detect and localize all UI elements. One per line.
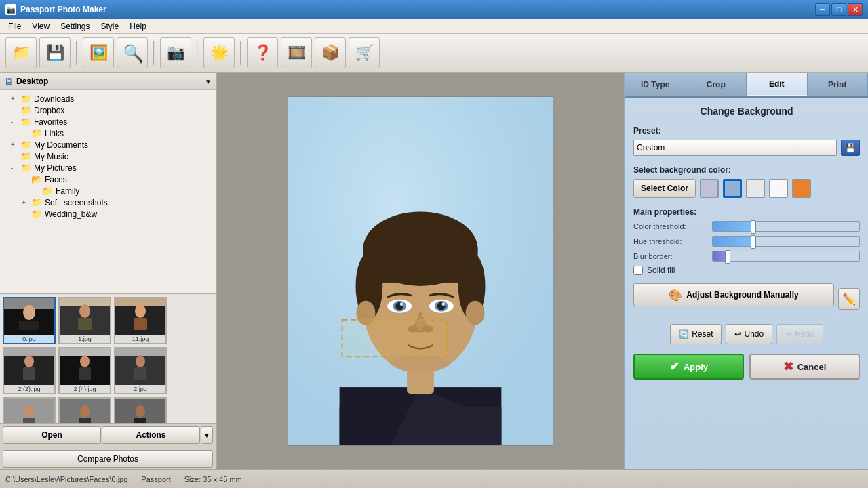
actions-btn[interactable]: Actions xyxy=(102,426,200,444)
tree-item-favorites[interactable]: - 📁 Favorites xyxy=(0,116,216,127)
open-folder-btn[interactable]: 📁 xyxy=(5,37,37,68)
tree-item-mypictures[interactable]: - 📁 My Pictures xyxy=(0,162,216,174)
film-btn[interactable]: 🎞️ xyxy=(281,37,312,68)
menu-style[interactable]: Style xyxy=(96,20,125,33)
tree-label-dropbox: Dropbox xyxy=(34,106,64,115)
thumbnail-label-11: 11.jpg xyxy=(132,335,150,343)
help-btn[interactable]: ❓ xyxy=(247,37,278,68)
prop-row-hue-threshold: Hue threshold: xyxy=(633,236,860,247)
menu-help[interactable]: Help xyxy=(124,20,152,33)
svg-point-10 xyxy=(136,355,145,367)
apply-btn[interactable]: ✔ Apply xyxy=(633,354,744,380)
thumbnail-0[interactable]: 0.jpg xyxy=(3,297,56,344)
thumbnail-2-4[interactable]: 2 (4).jpg xyxy=(58,347,111,394)
cancel-btn[interactable]: ✖ Cancel xyxy=(749,354,860,380)
thumbnail-11[interactable]: 11.jpg xyxy=(114,297,167,344)
apply-cancel-row: ✔ Apply ✖ Cancel xyxy=(633,354,860,380)
swatch-purple[interactable] xyxy=(700,179,719,198)
tree-label-downloads: Downloads xyxy=(34,94,74,104)
color-label: Select background color: xyxy=(633,165,860,175)
thumbnail-label-2: 2.jpg xyxy=(133,385,148,393)
tree-label-links: Links xyxy=(45,129,64,138)
svg-point-33 xyxy=(466,301,485,325)
tree-label-softscreenshots: Soft_screenshots xyxy=(45,198,108,207)
tree-item-dropbox[interactable]: 📁 Dropbox xyxy=(0,104,216,116)
thumbnail-2[interactable]: 2.jpg xyxy=(114,347,167,394)
export-btn[interactable]: 📦 xyxy=(315,37,346,68)
main-props-label: Main properties: xyxy=(633,207,860,217)
undo-btn[interactable]: ↩ Undo xyxy=(726,324,772,344)
toolbar-separator-1 xyxy=(76,41,77,65)
thumbnail-label-0: 0.jpg xyxy=(22,335,37,343)
tree-item-faces[interactable]: - 📂 Faces xyxy=(0,174,216,185)
tree-item-mydocuments[interactable]: + 📁 My Documents xyxy=(0,139,216,150)
folder-icon-softscreenshots: 📁 xyxy=(31,197,42,207)
open-btn[interactable]: Open xyxy=(3,426,101,444)
folder-icon-faces: 📂 xyxy=(31,174,42,184)
solid-fill-label[interactable]: Solid fill xyxy=(647,266,675,275)
compare-photos-btn[interactable]: Compare Photos xyxy=(3,450,213,468)
svg-rect-45 xyxy=(342,320,447,357)
thumbnail-area: 0.jpg 1.jpg xyxy=(0,293,216,469)
tree-label-mydocuments: My Documents xyxy=(34,140,88,150)
panel-content: Change Background Preset: Custom White L… xyxy=(625,98,868,469)
folder-dropdown-btn[interactable]: ▼ xyxy=(205,78,212,85)
tree-item-mymusic[interactable]: 📁 My Music xyxy=(0,150,216,162)
prop-name-color-threshold: Color threshold: xyxy=(633,222,708,230)
solid-fill-checkbox[interactable] xyxy=(633,266,643,275)
save-btn[interactable]: 💾 xyxy=(39,37,71,68)
swatch-white[interactable] xyxy=(769,179,788,198)
maximize-btn[interactable]: □ xyxy=(831,3,846,16)
select-color-btn[interactable]: Select Color xyxy=(633,179,696,198)
menu-file[interactable]: File xyxy=(3,20,26,33)
thumbnail-5[interactable]: 5.jpg xyxy=(114,397,167,423)
slider-color-threshold[interactable] xyxy=(712,221,860,232)
close-btn[interactable]: ✕ xyxy=(848,3,863,16)
preset-save-btn[interactable]: 💾 xyxy=(841,140,860,156)
svg-point-2 xyxy=(79,304,90,318)
thumbnail-1[interactable]: 1.jpg xyxy=(58,297,111,344)
swatch-blue[interactable] xyxy=(723,179,742,198)
tree-item-softscreenshots[interactable]: + 📁 Soft_screenshots xyxy=(0,197,216,208)
app-icon: 📷 xyxy=(5,4,16,15)
actions-dropdown-btn[interactable]: ▼ xyxy=(201,426,213,444)
menu-view[interactable]: View xyxy=(26,20,55,33)
enhance-btn[interactable]: 🌟 xyxy=(203,37,235,68)
menu-settings[interactable]: Settings xyxy=(55,20,95,33)
expander-favorites: - xyxy=(11,118,19,125)
cart-btn[interactable]: 🛒 xyxy=(349,37,380,68)
slider-hue-threshold[interactable] xyxy=(712,236,860,247)
tab-edit[interactable]: Edit xyxy=(747,73,808,96)
svg-rect-9 xyxy=(79,367,91,380)
svg-point-14 xyxy=(80,405,90,418)
minimize-btn[interactable]: ─ xyxy=(815,3,830,16)
camera-btn[interactable]: 📷 xyxy=(160,37,191,68)
prop-name-hue-threshold: Hue threshold: xyxy=(633,237,708,245)
folder-tree: + 📁 Downloads 📁 Dropbox - 📁 Favorites 📁 … xyxy=(0,90,216,293)
svg-rect-7 xyxy=(23,367,35,380)
pencil-btn[interactable]: ✏️ xyxy=(838,288,860,310)
open-photo-btn[interactable]: 🖼️ xyxy=(83,37,114,68)
folder-icon-favorites: 📁 xyxy=(20,117,31,127)
tree-item-downloads[interactable]: + 📁 Downloads xyxy=(0,93,216,104)
thumbnail-3[interactable]: 3.jpg xyxy=(3,397,56,423)
slider-blur-border[interactable] xyxy=(712,251,860,262)
tab-id-type[interactable]: ID Type xyxy=(625,73,686,96)
thumbnail-4[interactable]: 4.jpg xyxy=(58,397,111,423)
svg-rect-15 xyxy=(79,418,91,423)
adjust-bg-btn[interactable]: 🎨 Adjust Background Manually xyxy=(633,283,834,306)
redo-btn[interactable]: ↪ Redo xyxy=(776,324,823,344)
svg-point-12 xyxy=(24,405,34,418)
tab-crop[interactable]: Crop xyxy=(686,73,747,96)
swatch-orange[interactable] xyxy=(792,179,811,198)
zoom-btn[interactable]: 🔍 ▼ xyxy=(117,37,148,68)
thumbnail-2-2[interactable]: 2 (2).jpg xyxy=(3,347,56,394)
tree-item-links[interactable]: 📁 Links xyxy=(0,127,216,139)
swatch-light-gray[interactable] xyxy=(746,179,765,198)
tree-item-weddingbw[interactable]: 📁 Wedding_b&w xyxy=(0,208,216,220)
preset-select[interactable]: Custom White Light Blue US Passport UK P… xyxy=(633,140,837,156)
tree-item-family[interactable]: 📁 Family xyxy=(0,185,216,197)
tab-print[interactable]: Print xyxy=(808,73,869,96)
reset-btn[interactable]: 🔄 Reset xyxy=(670,324,722,344)
svg-point-16 xyxy=(136,405,145,418)
